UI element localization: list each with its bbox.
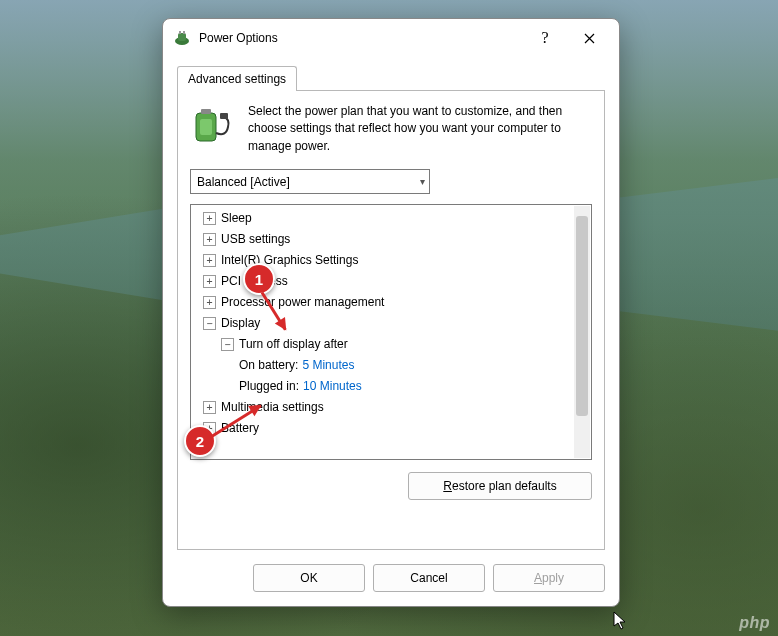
restore-defaults-button[interactable]: Restore plan defaults [408, 472, 592, 500]
scrollbar[interactable] [574, 206, 590, 458]
expand-icon[interactable]: + [203, 401, 216, 414]
tree-item-label: Processor power management [221, 292, 384, 313]
cancel-button[interactable]: Cancel [373, 564, 485, 592]
tab-panel: Select the power plan that you want to c… [177, 90, 605, 550]
tree-item[interactable]: Plugged in:10 Minutes [195, 376, 591, 397]
close-button[interactable] [567, 23, 611, 53]
tree-item-label: Intel(R) Graphics Settings [221, 250, 358, 271]
power-plan-selected: Balanced [Active] [197, 175, 290, 189]
expand-icon[interactable]: + [203, 422, 216, 435]
help-button[interactable]: ? [523, 23, 567, 53]
tree-item-label: On battery: [239, 355, 298, 376]
collapse-icon[interactable]: − [203, 317, 216, 330]
tree-item[interactable]: +Intel(R) Graphics Settings [195, 250, 591, 271]
expand-icon[interactable]: + [203, 296, 216, 309]
tree-item-label: Multimedia settings [221, 397, 324, 418]
tab-advanced-settings[interactable]: Advanced settings [177, 66, 297, 91]
apply-button[interactable]: Apply [493, 564, 605, 592]
tree-item-label: Turn off display after [239, 334, 348, 355]
tree-item[interactable]: −Turn off display after [195, 334, 591, 355]
svg-rect-3 [183, 31, 185, 34]
expand-icon[interactable]: + [203, 254, 216, 267]
tree-item[interactable]: +Multimedia settings [195, 397, 591, 418]
svg-rect-1 [178, 33, 186, 41]
title-bar: Power Options ? [163, 19, 619, 57]
tree-item[interactable]: +Battery [195, 418, 591, 439]
tree-item-label: USB settings [221, 229, 290, 250]
tree-item-label: Plugged in: [239, 376, 299, 397]
window-title: Power Options [199, 31, 523, 45]
expand-icon[interactable]: + [203, 275, 216, 288]
battery-cord-icon [190, 103, 236, 149]
expand-icon[interactable]: + [203, 212, 216, 225]
tree-item[interactable]: +PCI Express [195, 271, 591, 292]
tree-item[interactable]: −Display [195, 313, 591, 334]
svg-rect-2 [179, 31, 181, 34]
tree-item-label: Battery [221, 418, 259, 439]
intro-text: Select the power plan that you want to c… [248, 103, 592, 155]
expand-icon[interactable]: + [203, 233, 216, 246]
tree-item-label: PCI Express [221, 271, 288, 292]
power-options-icon [173, 29, 191, 47]
mouse-cursor-icon [613, 611, 627, 631]
tree-item[interactable]: +USB settings [195, 229, 591, 250]
dialog-buttons: OK Cancel Apply [163, 550, 619, 606]
scroll-thumb[interactable] [576, 216, 588, 416]
tree-item-label: Display [221, 313, 260, 334]
tree-item[interactable]: +Sleep [195, 208, 591, 229]
svg-rect-6 [200, 119, 212, 135]
tree-item-value[interactable]: 5 Minutes [302, 355, 354, 376]
power-plan-selector[interactable]: Balanced [Active] ▾ [190, 169, 430, 194]
ok-button[interactable]: OK [253, 564, 365, 592]
tree-item-value[interactable]: 10 Minutes [303, 376, 362, 397]
svg-rect-7 [220, 113, 228, 119]
chevron-down-icon: ▾ [420, 176, 425, 187]
tree-item[interactable]: +Processor power management [195, 292, 591, 313]
tree-item[interactable]: On battery:5 Minutes [195, 355, 591, 376]
collapse-icon[interactable]: − [221, 338, 234, 351]
settings-tree: +Sleep+USB settings+Intel(R) Graphics Se… [190, 204, 592, 460]
svg-rect-5 [201, 109, 211, 114]
tree-item-label: Sleep [221, 208, 252, 229]
watermark: php [739, 614, 770, 632]
power-options-dialog: Power Options ? Advanced settings [162, 18, 620, 607]
